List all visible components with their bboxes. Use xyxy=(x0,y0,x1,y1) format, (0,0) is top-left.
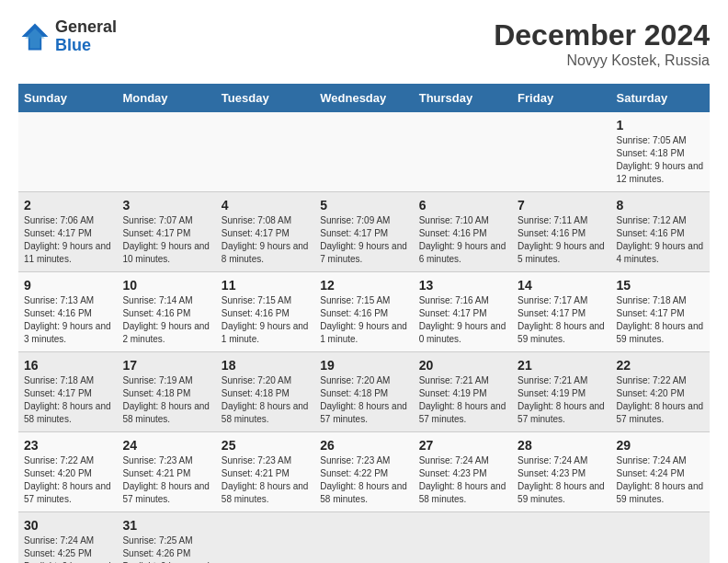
day-number: 7 xyxy=(518,198,605,213)
calendar-cell: 20Sunrise: 7:21 AM Sunset: 4:19 PM Dayli… xyxy=(414,352,512,432)
calendar-cell: 30Sunrise: 7:24 AM Sunset: 4:25 PM Dayli… xyxy=(18,512,117,564)
day-info: Sunrise: 7:25 AM Sunset: 4:26 PM Dayligh… xyxy=(122,535,210,563)
calendar-cell xyxy=(512,512,610,564)
day-of-week-header: Tuesday xyxy=(216,84,314,112)
day-info: Sunrise: 7:18 AM Sunset: 4:17 PM Dayligh… xyxy=(24,375,111,424)
day-number: 22 xyxy=(617,358,704,373)
day-info: Sunrise: 7:23 AM Sunset: 4:21 PM Dayligh… xyxy=(122,455,210,504)
day-number: 30 xyxy=(24,518,111,533)
calendar-table: SundayMondayTuesdayWednesdayThursdayFrid… xyxy=(18,84,710,563)
day-info: Sunrise: 7:17 AM Sunset: 4:17 PM Dayligh… xyxy=(518,295,605,344)
calendar-cell: 6Sunrise: 7:10 AM Sunset: 4:16 PM Daylig… xyxy=(414,192,512,272)
calendar-cell: 22Sunrise: 7:22 AM Sunset: 4:20 PM Dayli… xyxy=(611,352,710,432)
page-header: General Blue December 2024 Novyy Kostek,… xyxy=(18,18,710,69)
day-info: Sunrise: 7:06 AM Sunset: 4:17 PM Dayligh… xyxy=(24,215,111,264)
day-info: Sunrise: 7:08 AM Sunset: 4:17 PM Dayligh… xyxy=(222,215,309,264)
calendar-week-row: 23Sunrise: 7:22 AM Sunset: 4:20 PM Dayli… xyxy=(18,432,710,512)
calendar-cell: 9Sunrise: 7:13 AM Sunset: 4:16 PM Daylig… xyxy=(18,272,117,352)
calendar-cell: 12Sunrise: 7:15 AM Sunset: 4:16 PM Dayli… xyxy=(314,272,413,352)
calendar-week-row: 9Sunrise: 7:13 AM Sunset: 4:16 PM Daylig… xyxy=(18,272,710,352)
logo-general: General xyxy=(55,18,117,37)
calendar-cell: 25Sunrise: 7:23 AM Sunset: 4:21 PM Dayli… xyxy=(216,432,314,512)
day-number: 24 xyxy=(122,438,210,453)
calendar-cell xyxy=(18,112,117,192)
day-info: Sunrise: 7:10 AM Sunset: 4:16 PM Dayligh… xyxy=(419,215,506,264)
calendar-cell xyxy=(611,512,710,564)
calendar-cell xyxy=(216,512,314,564)
day-number: 31 xyxy=(122,518,210,533)
calendar-cell: 13Sunrise: 7:16 AM Sunset: 4:17 PM Dayli… xyxy=(414,272,512,352)
calendar-cell: 4Sunrise: 7:08 AM Sunset: 4:17 PM Daylig… xyxy=(216,192,314,272)
calendar-cell: 18Sunrise: 7:20 AM Sunset: 4:18 PM Dayli… xyxy=(216,352,314,432)
day-number: 18 xyxy=(222,358,309,373)
day-info: Sunrise: 7:09 AM Sunset: 4:17 PM Dayligh… xyxy=(320,215,407,264)
day-info: Sunrise: 7:20 AM Sunset: 4:18 PM Dayligh… xyxy=(320,375,407,424)
day-of-week-header: Friday xyxy=(512,84,610,112)
day-number: 28 xyxy=(518,438,605,453)
logo-blue: Blue xyxy=(55,37,117,55)
day-number: 10 xyxy=(122,278,210,293)
calendar-cell: 31Sunrise: 7:25 AM Sunset: 4:26 PM Dayli… xyxy=(117,512,215,564)
day-info: Sunrise: 7:15 AM Sunset: 4:16 PM Dayligh… xyxy=(320,295,407,344)
calendar-cell: 17Sunrise: 7:19 AM Sunset: 4:18 PM Dayli… xyxy=(117,352,215,432)
day-info: Sunrise: 7:24 AM Sunset: 4:24 PM Dayligh… xyxy=(617,455,704,504)
day-number: 13 xyxy=(419,278,506,293)
day-number: 6 xyxy=(419,198,506,213)
day-info: Sunrise: 7:23 AM Sunset: 4:21 PM Dayligh… xyxy=(222,455,309,504)
day-info: Sunrise: 7:20 AM Sunset: 4:18 PM Dayligh… xyxy=(222,375,309,424)
day-number: 5 xyxy=(320,198,407,213)
day-number: 17 xyxy=(122,358,210,373)
day-info: Sunrise: 7:16 AM Sunset: 4:17 PM Dayligh… xyxy=(419,295,506,344)
calendar-cell: 21Sunrise: 7:21 AM Sunset: 4:19 PM Dayli… xyxy=(512,352,610,432)
day-info: Sunrise: 7:24 AM Sunset: 4:23 PM Dayligh… xyxy=(518,455,605,504)
day-number: 25 xyxy=(222,438,309,453)
day-number: 2 xyxy=(24,198,111,213)
calendar-cell xyxy=(512,112,610,192)
logo: General Blue xyxy=(18,18,117,55)
day-number: 26 xyxy=(320,438,407,453)
calendar-cell: 14Sunrise: 7:17 AM Sunset: 4:17 PM Dayli… xyxy=(512,272,610,352)
day-info: Sunrise: 7:15 AM Sunset: 4:16 PM Dayligh… xyxy=(222,295,309,344)
calendar-cell: 11Sunrise: 7:15 AM Sunset: 4:16 PM Dayli… xyxy=(216,272,314,352)
calendar-week-row: 30Sunrise: 7:24 AM Sunset: 4:25 PM Dayli… xyxy=(18,512,710,564)
calendar-cell: 29Sunrise: 7:24 AM Sunset: 4:24 PM Dayli… xyxy=(611,432,710,512)
day-number: 4 xyxy=(222,198,309,213)
day-info: Sunrise: 7:18 AM Sunset: 4:17 PM Dayligh… xyxy=(617,295,704,344)
day-info: Sunrise: 7:11 AM Sunset: 4:16 PM Dayligh… xyxy=(518,215,605,264)
day-info: Sunrise: 7:14 AM Sunset: 4:16 PM Dayligh… xyxy=(122,295,210,344)
calendar-cell: 26Sunrise: 7:23 AM Sunset: 4:22 PM Dayli… xyxy=(314,432,413,512)
day-info: Sunrise: 7:23 AM Sunset: 4:22 PM Dayligh… xyxy=(320,455,407,504)
calendar-cell: 24Sunrise: 7:23 AM Sunset: 4:21 PM Dayli… xyxy=(117,432,215,512)
calendar-cell xyxy=(314,512,413,564)
day-number: 27 xyxy=(419,438,506,453)
calendar-cell: 2Sunrise: 7:06 AM Sunset: 4:17 PM Daylig… xyxy=(18,192,117,272)
day-number: 23 xyxy=(24,438,111,453)
day-of-week-header: Monday xyxy=(117,84,215,112)
calendar-cell: 16Sunrise: 7:18 AM Sunset: 4:17 PM Dayli… xyxy=(18,352,117,432)
day-number: 1 xyxy=(617,118,704,132)
location: Novyy Kostek, Russia xyxy=(494,52,710,69)
calendar-cell: 7Sunrise: 7:11 AM Sunset: 4:16 PM Daylig… xyxy=(512,192,610,272)
calendar-week-row: 2Sunrise: 7:06 AM Sunset: 4:17 PM Daylig… xyxy=(18,192,710,272)
day-number: 11 xyxy=(222,278,309,293)
day-info: Sunrise: 7:24 AM Sunset: 4:23 PM Dayligh… xyxy=(419,455,506,504)
calendar-cell xyxy=(117,112,215,192)
day-number: 9 xyxy=(24,278,111,293)
day-number: 21 xyxy=(518,358,605,373)
calendar-week-row: 16Sunrise: 7:18 AM Sunset: 4:17 PM Dayli… xyxy=(18,352,710,432)
day-info: Sunrise: 7:19 AM Sunset: 4:18 PM Dayligh… xyxy=(122,375,210,424)
calendar-cell: 15Sunrise: 7:18 AM Sunset: 4:17 PM Dayli… xyxy=(611,272,710,352)
day-info: Sunrise: 7:22 AM Sunset: 4:20 PM Dayligh… xyxy=(24,455,111,504)
calendar-cell: 10Sunrise: 7:14 AM Sunset: 4:16 PM Dayli… xyxy=(117,272,215,352)
day-info: Sunrise: 7:21 AM Sunset: 4:19 PM Dayligh… xyxy=(419,375,506,424)
day-of-week-header: Saturday xyxy=(611,84,710,112)
day-number: 3 xyxy=(122,198,210,213)
day-info: Sunrise: 7:13 AM Sunset: 4:16 PM Dayligh… xyxy=(24,295,111,344)
day-of-week-header: Thursday xyxy=(414,84,512,112)
calendar-week-row: 1Sunrise: 7:05 AM Sunset: 4:18 PM Daylig… xyxy=(18,112,710,192)
calendar-cell: 1Sunrise: 7:05 AM Sunset: 4:18 PM Daylig… xyxy=(611,112,710,192)
day-number: 12 xyxy=(320,278,407,293)
calendar-cell: 8Sunrise: 7:12 AM Sunset: 4:16 PM Daylig… xyxy=(611,192,710,272)
day-info: Sunrise: 7:12 AM Sunset: 4:16 PM Dayligh… xyxy=(617,215,704,264)
calendar-cell: 19Sunrise: 7:20 AM Sunset: 4:18 PM Dayli… xyxy=(314,352,413,432)
